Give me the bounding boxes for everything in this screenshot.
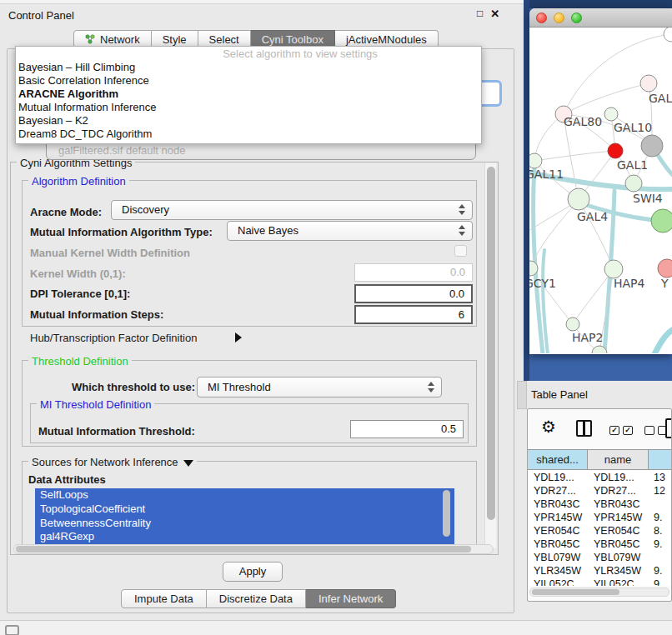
network-node[interactable]	[651, 209, 672, 232]
scrollbar-thumb[interactable]	[16, 546, 471, 552]
which-threshold-combo[interactable]: MI Threshold	[197, 377, 442, 398]
close-window-icon[interactable]	[536, 12, 547, 23]
checked-box-icon: ✓	[609, 426, 619, 435]
network-node-label: GAL4	[577, 210, 608, 223]
network-node[interactable]	[604, 260, 623, 278]
attribute-item[interactable]: TopologicalCoefficient	[35, 502, 454, 517]
attributes-scrollbar[interactable]	[443, 490, 450, 537]
attribute-item[interactable]: gal4RGexp	[35, 530, 454, 544]
table-cell: YBL079W	[588, 551, 649, 564]
network-node-label: HAP2	[572, 331, 603, 344]
collapse-down-icon[interactable]	[183, 460, 193, 467]
mi-steps-field[interactable]: 6	[354, 305, 473, 324]
apply-button[interactable]: Apply	[223, 562, 283, 582]
table-cell: YBR043C	[528, 498, 588, 511]
algorithm-option[interactable]: Mutual Information Inference	[16, 101, 481, 114]
algorithm-option-selected[interactable]: ARACNE Algorithm	[16, 88, 481, 101]
table-cell: YBL079W	[528, 551, 588, 564]
network-canvas[interactable]: GALGAL80GAL10GAL1GAL11SWI4GAL4GCY1HAP4YH…	[529, 28, 672, 353]
hub-definition-toggle[interactable]: Hub/Transcription Factor Definition	[30, 332, 197, 344]
network-node[interactable]	[625, 175, 642, 192]
expand-right-icon[interactable]	[235, 332, 242, 342]
export-table-icon[interactable]	[665, 418, 672, 438]
scrollbar-thumb[interactable]	[487, 167, 495, 520]
column-header-shared-name[interactable]: shared...	[528, 450, 588, 469]
mi-threshold-field[interactable]: 0.5	[350, 420, 464, 438]
attribute-item[interactable]: SelfLoops	[35, 488, 454, 502]
table-horizontal-scrollbar[interactable]	[529, 588, 669, 597]
network-window-titlebar[interactable]	[529, 8, 672, 28]
attribute-item[interactable]: BetweennessCentrality	[35, 517, 454, 531]
network-node[interactable]	[568, 188, 589, 210]
network-node[interactable]	[608, 143, 623, 158]
frame-edge	[524, 0, 529, 381]
algorithm-option[interactable]: Bayesian – K2	[16, 114, 481, 128]
network-node[interactable]	[604, 108, 618, 121]
mi-threshold-title: MI Threshold Definition	[37, 398, 154, 411]
manual-kernel-label: Manual Kernel Width Definition	[30, 247, 190, 259]
table-cell: YBR043C	[588, 498, 649, 511]
mi-type-combo[interactable]: Naive Bayes	[227, 221, 473, 241]
table-header-row: shared... name	[528, 449, 671, 470]
network-node[interactable]	[664, 28, 672, 42]
table-cell: YIL052C	[528, 578, 588, 586]
network-node[interactable]	[641, 135, 663, 157]
control-panel-title: Control Panel	[8, 9, 74, 22]
network-edge	[654, 329, 672, 353]
float-panel-icon[interactable]: □	[477, 8, 483, 20]
mi-type-label: Mutual Information Algorithm Type:	[30, 226, 213, 238]
network-node[interactable]	[658, 259, 672, 278]
table-cell: YBR045C	[528, 538, 588, 551]
network-node[interactable]	[566, 318, 579, 331]
close-panel-icon[interactable]: ✕	[490, 8, 499, 20]
table-row[interactable]: YBR043CYBR043C	[528, 498, 671, 511]
combo-stepper-icon	[459, 204, 466, 215]
gear-icon[interactable]: ⚙	[541, 417, 556, 437]
table-cell: YLR345W	[528, 564, 588, 578]
network-edge	[543, 250, 548, 353]
tab-impute-data[interactable]: Impute Data	[121, 589, 207, 608]
tab-discretize-data[interactable]: Discretize Data	[207, 589, 306, 608]
dpi-tolerance-field[interactable]: 0.0	[354, 284, 473, 303]
select-all-columns-icon[interactable]: ✓ ✓	[609, 426, 633, 435]
table-cell: 9.	[649, 538, 671, 551]
table-row[interactable]: YLR345WYLR345W9.	[528, 564, 671, 578]
column-header-name[interactable]: name	[588, 450, 649, 469]
table-cell	[649, 498, 671, 511]
table-row[interactable]: YDL19...YDL19...13	[528, 471, 671, 484]
table-cell: 9.	[649, 511, 671, 524]
table-cell: YER054C	[588, 524, 649, 538]
kernel-width-field[interactable]: 0.0	[354, 263, 473, 282]
column-header-partial[interactable]	[649, 450, 671, 469]
table-row[interactable]: YIL052CYIL052C9.	[528, 578, 671, 586]
deselect-all-columns-icon[interactable]	[644, 426, 668, 435]
data-attributes-list: SelfLoops TopologicalCoefficient Between…	[35, 488, 454, 544]
columns-icon[interactable]	[576, 420, 592, 437]
algorithm-option[interactable]: Bayesian – Hill Climbing	[16, 61, 481, 74]
settings-horizontal-scrollbar[interactable]	[13, 544, 494, 554]
network-node[interactable]	[640, 75, 657, 92]
panel-splitter-handle[interactable]	[517, 381, 527, 409]
scrollbar-thumb[interactable]	[532, 589, 619, 595]
settings-vertical-scrollbar[interactable]	[484, 163, 496, 548]
network-edge	[530, 200, 579, 268]
table-row[interactable]: YPR145WYPR145W9.	[528, 511, 671, 524]
algorithm-option[interactable]: Basic Correlation Inference	[16, 74, 481, 88]
table-row[interactable]: YBL079WYBL079W	[528, 551, 671, 564]
minimize-window-icon[interactable]	[554, 12, 564, 23]
network-node[interactable]	[529, 153, 542, 168]
checked-box-icon: ✓	[623, 426, 633, 435]
aracne-mode-combo[interactable]: Discovery	[111, 200, 473, 220]
table-cell: YPR145W	[528, 511, 588, 524]
algorithm-option[interactable]: Dream8 DC_TDC Algorithm	[16, 128, 481, 141]
combo-stepper-icon	[428, 382, 435, 392]
table-row[interactable]: YER054CYER054C8.	[528, 524, 671, 538]
panel-dock-icon[interactable]	[5, 625, 19, 635]
manual-kernel-checkbox[interactable]	[454, 245, 467, 257]
tab-infer-network[interactable]: Infer Network	[306, 589, 396, 608]
table-cell: 9.	[649, 564, 671, 578]
table-row[interactable]: YDR27...YDR27...12	[528, 484, 671, 498]
app-window: Control Panel □ ✕ Network Style Select C…	[0, 0, 672, 635]
zoom-window-icon[interactable]	[571, 12, 582, 23]
table-row[interactable]: YBR045CYBR045C9.	[528, 538, 671, 551]
